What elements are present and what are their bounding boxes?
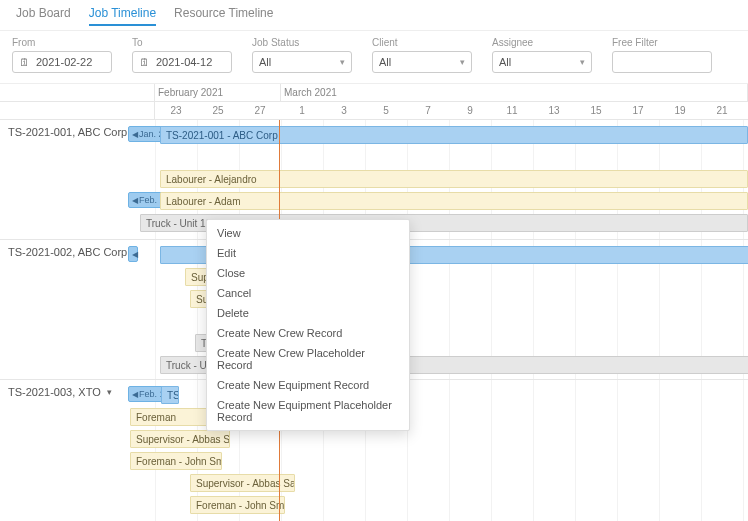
tab-job-timeline[interactable]: Job Timeline <box>89 6 156 26</box>
day-cell: 27 <box>239 102 281 119</box>
chevron-down-icon: ▾ <box>107 387 112 397</box>
day-cell: 23 <box>743 102 748 119</box>
job-bar[interactable]: TS-2021-001 - ABC Corp <box>160 126 748 144</box>
timeline: February 2021 March 2021 23 25 27 1 3 5 … <box>0 84 748 521</box>
day-cell: 17 <box>617 102 659 119</box>
assignee-label: Assignee <box>492 37 592 48</box>
filter-assignee: Assignee All ▾ <box>492 37 592 73</box>
status-select[interactable]: All ▾ <box>252 51 352 73</box>
tab-job-board[interactable]: Job Board <box>16 6 71 26</box>
day-cell: 5 <box>365 102 407 119</box>
menu-cancel[interactable]: Cancel <box>207 283 409 303</box>
context-menu: View Edit Close Cancel Delete Create New… <box>206 219 410 431</box>
filter-free: Free Filter <box>612 37 712 73</box>
menu-create-crew-placeholder[interactable]: Create New Crew Placeholder Record <box>207 343 409 375</box>
day-cell: 3 <box>323 102 365 119</box>
chevron-left-icon: ◀ <box>132 130 138 139</box>
day-cell: 15 <box>575 102 617 119</box>
from-label: From <box>12 37 112 48</box>
tabs: Job Board Job Timeline Resource Timeline <box>0 0 748 31</box>
resource-bar[interactable]: Foreman - John Smith <box>190 496 285 514</box>
calendar-icon: 🗓 <box>139 56 150 68</box>
client-value: All <box>379 56 391 68</box>
resource-bar[interactable]: Foreman - John Smith <box>130 452 222 470</box>
menu-create-crew-record[interactable]: Create New Crew Record <box>207 323 409 343</box>
gutter <box>0 84 155 101</box>
free-filter-input[interactable] <box>612 51 712 73</box>
status-label: Job Status <box>252 37 352 48</box>
day-cell: 23 <box>155 102 197 119</box>
from-date-input[interactable]: 🗓 2021-02-22 <box>12 51 112 73</box>
job-title: TS-2021-001, ABC Corp <box>8 126 127 138</box>
to-label: To <box>132 37 232 48</box>
chevron-left-icon: ◀ <box>132 196 138 205</box>
free-label: Free Filter <box>612 37 712 48</box>
gutter <box>0 102 155 119</box>
filter-status: Job Status All ▾ <box>252 37 352 73</box>
chevron-left-icon: ◀ <box>132 390 138 399</box>
job-bar[interactable]: TS- <box>161 386 179 404</box>
month-cell: March 2021 <box>281 84 748 101</box>
day-cell: 13 <box>533 102 575 119</box>
day-cell: 9 <box>449 102 491 119</box>
tab-resource-timeline[interactable]: Resource Timeline <box>174 6 273 26</box>
calendar-icon: 🗓 <box>19 56 30 68</box>
resource-bar[interactable]: Foreman <box>130 408 210 426</box>
client-select[interactable]: All ▾ <box>372 51 472 73</box>
client-label: Client <box>372 37 472 48</box>
chevron-left-icon: ◀ <box>132 250 138 259</box>
timeline-month-row: February 2021 March 2021 <box>0 84 748 102</box>
day-cell: 7 <box>407 102 449 119</box>
to-value: 2021-04-12 <box>156 56 212 68</box>
filter-client: Client All ▾ <box>372 37 472 73</box>
status-value: All <box>259 56 271 68</box>
to-date-input[interactable]: 🗓 2021-04-12 <box>132 51 232 73</box>
day-cell: 19 <box>659 102 701 119</box>
job-title: TS-2021-003, XTO <box>8 386 101 398</box>
filter-to: To 🗓 2021-04-12 <box>132 37 232 73</box>
menu-view[interactable]: View <box>207 223 409 243</box>
timeline-day-row: 23 25 27 1 3 5 7 9 11 13 15 17 19 21 23 … <box>0 102 748 120</box>
date-tag[interactable]: ◀ <box>128 246 138 262</box>
resource-bar[interactable]: Supervisor - Abbas Sarraf <box>190 474 295 492</box>
filters-bar: From 🗓 2021-02-22 To 🗓 2021-04-12 Job St… <box>0 31 748 84</box>
menu-close[interactable]: Close <box>207 263 409 283</box>
chevron-down-icon: ▾ <box>460 57 465 67</box>
day-cell: 25 <box>197 102 239 119</box>
menu-edit[interactable]: Edit <box>207 243 409 263</box>
day-cell: 11 <box>491 102 533 119</box>
from-value: 2021-02-22 <box>36 56 92 68</box>
assignee-value: All <box>499 56 511 68</box>
chevron-down-icon: ▾ <box>580 57 585 67</box>
day-cell: 1 <box>281 102 323 119</box>
day-cell: 21 <box>701 102 743 119</box>
resource-bar[interactable]: Labourer - Adam <box>160 192 748 210</box>
chevron-down-icon: ▾ <box>340 57 345 67</box>
menu-create-equipment-placeholder[interactable]: Create New Equipment Placeholder Record <box>207 395 409 427</box>
resource-bar[interactable]: Labourer - Alejandro <box>160 170 748 188</box>
month-cell: February 2021 <box>155 84 281 101</box>
menu-delete[interactable]: Delete <box>207 303 409 323</box>
job-title: TS-2021-002, ABC Corp <box>8 246 127 258</box>
filter-from: From 🗓 2021-02-22 <box>12 37 112 73</box>
menu-create-equipment-record[interactable]: Create New Equipment Record <box>207 375 409 395</box>
assignee-select[interactable]: All ▾ <box>492 51 592 73</box>
resource-bar[interactable]: Supervisor - Abbas Sarraf <box>130 430 230 448</box>
